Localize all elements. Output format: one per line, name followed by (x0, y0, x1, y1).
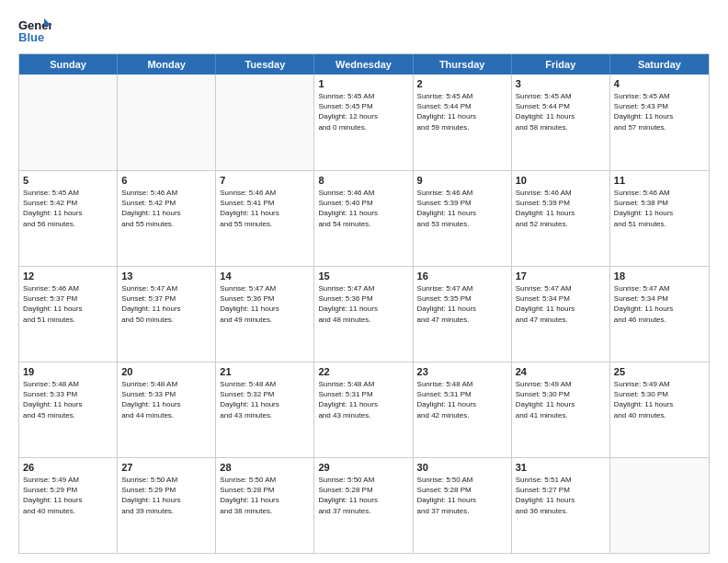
calendar-cell: 29Sunrise: 5:50 AM Sunset: 5:28 PM Dayli… (314, 458, 413, 553)
logo: General Blue (18, 17, 51, 44)
calendar-cell: 12Sunrise: 5:46 AM Sunset: 5:37 PM Dayli… (19, 267, 118, 362)
day-number: 17 (516, 270, 606, 282)
day-number: 19 (23, 366, 113, 377)
calendar-cell: 11Sunrise: 5:46 AM Sunset: 5:38 PM Dayli… (610, 171, 709, 266)
calendar-row: 19Sunrise: 5:48 AM Sunset: 5:33 PM Dayli… (19, 362, 709, 457)
calendar-row: 12Sunrise: 5:46 AM Sunset: 5:37 PM Dayli… (19, 266, 709, 362)
day-number: 28 (220, 462, 310, 473)
weekday-header: Saturday (610, 54, 709, 75)
day-number: 29 (318, 462, 408, 473)
day-number: 4 (614, 78, 705, 89)
weekday-header: Friday (512, 54, 610, 75)
calendar-cell: 26Sunrise: 5:49 AM Sunset: 5:29 PM Dayli… (19, 458, 118, 553)
day-number: 20 (121, 366, 211, 377)
calendar-cell: 3Sunrise: 5:45 AM Sunset: 5:44 PM Daylig… (512, 75, 610, 170)
svg-text:Blue: Blue (18, 30, 44, 44)
day-number: 18 (614, 270, 705, 282)
calendar-cell: 16Sunrise: 5:47 AM Sunset: 5:35 PM Dayli… (414, 267, 512, 362)
day-number: 6 (121, 175, 211, 186)
day-number: 24 (516, 366, 606, 377)
calendar-cell: 30Sunrise: 5:50 AM Sunset: 5:28 PM Dayli… (414, 458, 512, 553)
cell-info: Sunrise: 5:47 AM Sunset: 5:34 PM Dayligh… (516, 283, 606, 325)
logo-icon: General Blue (18, 17, 51, 44)
day-number: 2 (417, 78, 507, 89)
cell-info: Sunrise: 5:48 AM Sunset: 5:33 PM Dayligh… (121, 379, 211, 420)
day-number: 1 (318, 78, 408, 89)
calendar-cell: 7Sunrise: 5:46 AM Sunset: 5:41 PM Daylig… (216, 171, 314, 266)
cell-info: Sunrise: 5:49 AM Sunset: 5:30 PM Dayligh… (614, 379, 705, 420)
calendar-cell: 5Sunrise: 5:45 AM Sunset: 5:42 PM Daylig… (19, 171, 118, 266)
calendar-body: 1Sunrise: 5:45 AM Sunset: 5:45 PM Daylig… (19, 75, 709, 553)
cell-info: Sunrise: 5:50 AM Sunset: 5:28 PM Dayligh… (220, 475, 310, 516)
cell-info: Sunrise: 5:47 AM Sunset: 5:35 PM Dayligh… (417, 283, 507, 325)
calendar-cell: 8Sunrise: 5:46 AM Sunset: 5:40 PM Daylig… (314, 171, 413, 266)
calendar-cell: 19Sunrise: 5:48 AM Sunset: 5:33 PM Dayli… (19, 362, 118, 457)
calendar-cell (19, 75, 118, 170)
calendar-row: 1Sunrise: 5:45 AM Sunset: 5:45 PM Daylig… (19, 75, 709, 170)
day-number: 8 (318, 175, 408, 186)
calendar-cell: 2Sunrise: 5:45 AM Sunset: 5:44 PM Daylig… (414, 75, 512, 170)
calendar-cell: 21Sunrise: 5:48 AM Sunset: 5:32 PM Dayli… (216, 362, 314, 457)
weekday-header: Monday (118, 54, 216, 75)
day-number: 3 (516, 78, 606, 89)
cell-info: Sunrise: 5:50 AM Sunset: 5:28 PM Dayligh… (318, 475, 408, 516)
page: General Blue SundayMondayTuesdayWednesda… (0, 0, 728, 563)
day-number: 23 (417, 366, 507, 377)
cell-info: Sunrise: 5:49 AM Sunset: 5:29 PM Dayligh… (23, 475, 113, 516)
day-number: 12 (23, 270, 113, 282)
calendar-row: 26Sunrise: 5:49 AM Sunset: 5:29 PM Dayli… (19, 457, 709, 553)
weekday-header: Sunday (19, 54, 118, 75)
cell-info: Sunrise: 5:46 AM Sunset: 5:37 PM Dayligh… (23, 283, 113, 325)
cell-info: Sunrise: 5:50 AM Sunset: 5:28 PM Dayligh… (417, 475, 507, 516)
header: General Blue (18, 17, 710, 44)
calendar-cell: 14Sunrise: 5:47 AM Sunset: 5:36 PM Dayli… (216, 267, 314, 362)
cell-info: Sunrise: 5:45 AM Sunset: 5:44 PM Dayligh… (417, 91, 507, 132)
day-number: 9 (417, 175, 507, 186)
day-number: 27 (121, 462, 211, 473)
cell-info: Sunrise: 5:45 AM Sunset: 5:45 PM Dayligh… (318, 91, 408, 132)
calendar-cell: 9Sunrise: 5:46 AM Sunset: 5:39 PM Daylig… (414, 171, 512, 266)
cell-info: Sunrise: 5:50 AM Sunset: 5:29 PM Dayligh… (121, 475, 211, 516)
calendar-cell (118, 75, 216, 170)
calendar-cell: 17Sunrise: 5:47 AM Sunset: 5:34 PM Dayli… (512, 267, 610, 362)
cell-info: Sunrise: 5:48 AM Sunset: 5:32 PM Dayligh… (220, 379, 310, 420)
day-number: 22 (318, 366, 408, 377)
cell-info: Sunrise: 5:47 AM Sunset: 5:34 PM Dayligh… (614, 283, 705, 325)
cell-info: Sunrise: 5:45 AM Sunset: 5:44 PM Dayligh… (516, 91, 606, 132)
day-number: 31 (516, 462, 606, 473)
calendar-cell: 4Sunrise: 5:45 AM Sunset: 5:43 PM Daylig… (610, 75, 709, 170)
day-number: 16 (417, 270, 507, 282)
cell-info: Sunrise: 5:49 AM Sunset: 5:30 PM Dayligh… (516, 379, 606, 420)
day-number: 13 (121, 270, 211, 282)
weekday-header: Thursday (414, 54, 512, 75)
calendar-cell (610, 458, 709, 553)
cell-info: Sunrise: 5:46 AM Sunset: 5:42 PM Dayligh… (121, 188, 211, 229)
day-number: 10 (516, 175, 606, 186)
cell-info: Sunrise: 5:47 AM Sunset: 5:36 PM Dayligh… (318, 283, 408, 325)
calendar-row: 5Sunrise: 5:45 AM Sunset: 5:42 PM Daylig… (19, 170, 709, 266)
calendar-header: SundayMondayTuesdayWednesdayThursdayFrid… (19, 54, 709, 75)
calendar-cell: 22Sunrise: 5:48 AM Sunset: 5:31 PM Dayli… (314, 362, 413, 457)
calendar-cell: 27Sunrise: 5:50 AM Sunset: 5:29 PM Dayli… (118, 458, 216, 553)
calendar-cell: 31Sunrise: 5:51 AM Sunset: 5:27 PM Dayli… (512, 458, 610, 553)
day-number: 30 (417, 462, 507, 473)
day-number: 11 (614, 175, 705, 186)
cell-info: Sunrise: 5:45 AM Sunset: 5:42 PM Dayligh… (23, 188, 113, 229)
calendar-cell: 6Sunrise: 5:46 AM Sunset: 5:42 PM Daylig… (118, 171, 216, 266)
calendar-cell: 25Sunrise: 5:49 AM Sunset: 5:30 PM Dayli… (610, 362, 709, 457)
day-number: 5 (23, 175, 113, 186)
cell-info: Sunrise: 5:51 AM Sunset: 5:27 PM Dayligh… (516, 475, 606, 516)
cell-info: Sunrise: 5:48 AM Sunset: 5:31 PM Dayligh… (318, 379, 408, 420)
weekday-header: Wednesday (314, 54, 413, 75)
calendar: SundayMondayTuesdayWednesdayThursdayFrid… (18, 53, 710, 554)
calendar-cell: 23Sunrise: 5:48 AM Sunset: 5:31 PM Dayli… (414, 362, 512, 457)
day-number: 26 (23, 462, 113, 473)
cell-info: Sunrise: 5:46 AM Sunset: 5:40 PM Dayligh… (318, 188, 408, 229)
cell-info: Sunrise: 5:46 AM Sunset: 5:39 PM Dayligh… (516, 188, 606, 229)
day-number: 15 (318, 270, 408, 282)
calendar-cell: 10Sunrise: 5:46 AM Sunset: 5:39 PM Dayli… (512, 171, 610, 266)
calendar-cell: 13Sunrise: 5:47 AM Sunset: 5:37 PM Dayli… (118, 267, 216, 362)
day-number: 21 (220, 366, 310, 377)
day-number: 7 (220, 175, 310, 186)
calendar-cell: 1Sunrise: 5:45 AM Sunset: 5:45 PM Daylig… (314, 75, 413, 170)
